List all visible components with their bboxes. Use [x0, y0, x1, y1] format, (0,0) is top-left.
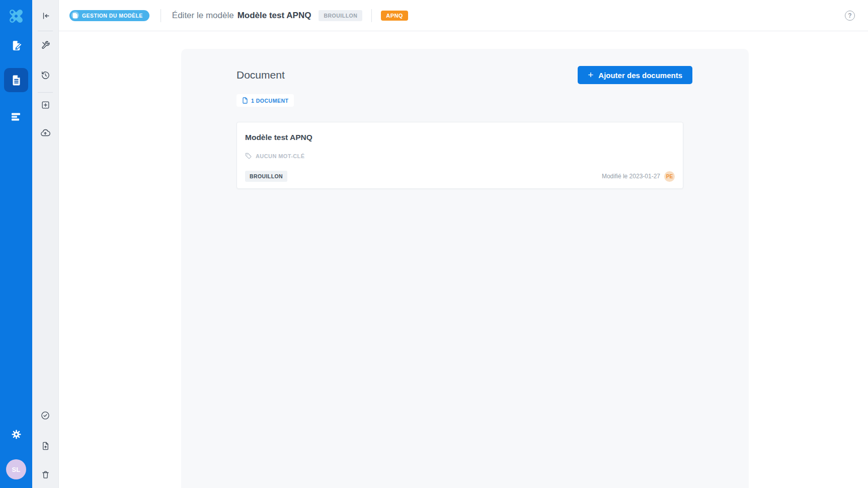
history-icon [41, 71, 50, 80]
plus-icon: + [588, 70, 593, 80]
section-title: Document [236, 69, 285, 81]
panel-header: Document + Ajouter des documents [236, 66, 692, 84]
document-status-badge: BROUILLON [245, 171, 287, 182]
sidebar-item-templates[interactable] [4, 68, 28, 92]
document-count-label: 1 DOCUMENT [251, 98, 288, 104]
sidebar-item-editor[interactable] [4, 33, 28, 57]
delete-button[interactable] [36, 465, 54, 483]
trash-icon [41, 470, 50, 479]
tools-icon [41, 40, 50, 50]
gear-icon [11, 429, 22, 440]
help-icon: ? [848, 12, 851, 19]
tool-rail [32, 0, 59, 488]
module-badge-label: GESTION DU MODÈLE [82, 13, 143, 19]
document-card[interactable]: Modèle test APNQ AUCUN MOT-CLÉ BROUILLON… [236, 122, 683, 189]
header-divider [371, 9, 372, 22]
document-card-title: Modèle test APNQ [245, 133, 675, 142]
export-document-button[interactable] [36, 437, 54, 455]
header-divider [161, 9, 161, 22]
content-area: Document + Ajouter des documents 1 DOCUM… [59, 31, 868, 488]
top-bar: GESTION DU MODÈLE Éditer le modèle Modèl… [59, 0, 868, 31]
check-circle-icon [40, 410, 50, 421]
cloud-upload-icon [40, 128, 50, 138]
cloud-upload-button[interactable] [36, 124, 54, 142]
tools-button[interactable] [36, 36, 54, 54]
document-card-footer: BROUILLON Modifié le 2023-01-27 PE [245, 171, 675, 182]
document-meta: Modifié le 2023-01-27 PE [602, 171, 675, 182]
document-count-chip[interactable]: 1 DOCUMENT [236, 94, 294, 107]
help-button[interactable]: ? [845, 11, 855, 21]
user-avatar[interactable]: SL [6, 459, 26, 479]
rail-divider [38, 31, 53, 31]
modified-date-label: Modifié le 2023-01-27 [602, 173, 660, 180]
org-badge: APNQ [381, 11, 408, 21]
collapse-sidebar-button[interactable] [36, 7, 54, 25]
document-icon [73, 13, 77, 18]
collapse-left-icon [41, 11, 50, 21]
status-badge: BROUILLON [319, 10, 362, 21]
page-title-prefix: Éditer le modèle [172, 11, 234, 21]
history-button[interactable] [36, 66, 54, 84]
tool-rail-bottom [36, 406, 54, 483]
validate-button[interactable] [36, 406, 54, 425]
document-template-icon [10, 74, 23, 87]
primary-sidebar-bottom: SL [4, 422, 28, 479]
settings-button[interactable] [4, 422, 28, 446]
page-title: Éditer le modèle Modèle test APNQ [172, 11, 311, 21]
keyword-row: AUCUN MOT-CLÉ [245, 153, 675, 159]
main-area: GESTION DU MODÈLE Éditer le modèle Modèl… [59, 0, 868, 488]
add-documents-button[interactable]: + Ajouter des documents [578, 66, 692, 84]
keyword-label: AUCUN MOT-CLÉ [256, 153, 304, 159]
page-title-name: Modèle test APNQ [238, 11, 311, 21]
sidebar-item-sections[interactable] [4, 105, 28, 129]
plus-square-icon [41, 100, 50, 110]
add-section-button[interactable] [36, 96, 54, 114]
document-edit-icon [10, 39, 23, 52]
app-logo[interactable] [0, 0, 32, 32]
app-logo-icon [7, 7, 26, 26]
author-avatar: PE [664, 171, 675, 182]
align-left-icon [10, 111, 22, 123]
document-icon [242, 97, 248, 104]
primary-sidebar: SL [0, 0, 32, 488]
module-badge-circle [71, 12, 79, 19]
document-panel: Document + Ajouter des documents 1 DOCUM… [181, 49, 749, 488]
rail-divider [38, 92, 53, 93]
tag-icon [245, 153, 252, 159]
module-badge: GESTION DU MODÈLE [69, 10, 149, 21]
file-export-icon [41, 441, 50, 451]
add-documents-label: Ajouter des documents [598, 71, 682, 80]
